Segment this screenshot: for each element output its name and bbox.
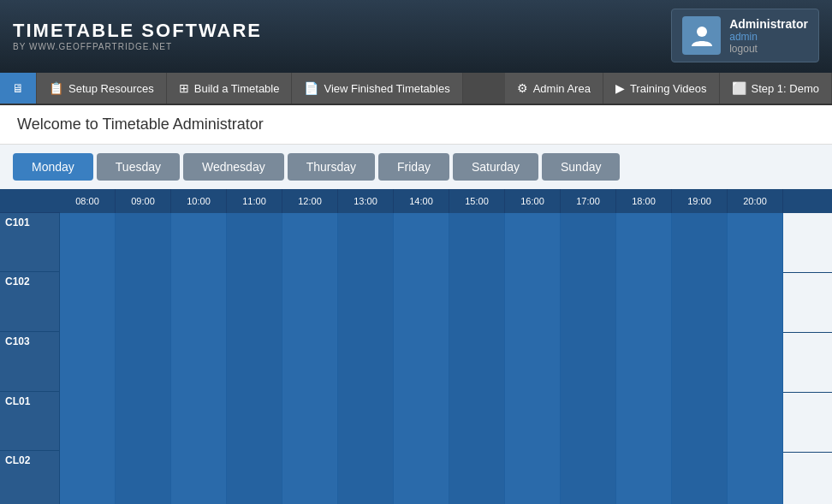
grid-cell[interactable] [171, 273, 227, 333]
document-icon: 📄 [304, 81, 318, 95]
grid-cell[interactable] [171, 333, 227, 393]
day-button-sunday[interactable]: Sunday [542, 153, 620, 181]
grid-cell[interactable] [505, 453, 561, 504]
grid-cell[interactable] [616, 333, 672, 393]
grid-cell[interactable] [116, 213, 171, 273]
grid-cell[interactable] [116, 333, 171, 393]
grid-cell[interactable] [282, 453, 338, 504]
grid-cell[interactable] [282, 213, 338, 273]
day-button-thursday[interactable]: Thursday [288, 153, 375, 181]
time-header-17-00: 17:00 [561, 189, 616, 213]
day-button-wednesday[interactable]: Wednesday [183, 153, 284, 181]
grid-cell[interactable] [171, 213, 227, 273]
day-button-saturday[interactable]: Saturday [453, 153, 538, 181]
grid-cell[interactable] [60, 393, 116, 453]
grid-cell[interactable] [60, 333, 116, 393]
grid-cell[interactable] [616, 393, 672, 453]
grid-cell[interactable] [394, 333, 449, 393]
grid-cell[interactable] [116, 273, 171, 333]
day-buttons: MondayTuesdayWednesdayThursdayFridaySatu… [0, 145, 832, 189]
grid-cell[interactable] [60, 273, 116, 333]
grid-cell[interactable] [561, 453, 616, 504]
grid-cell[interactable] [728, 273, 783, 333]
page-title: Welcome to Timetable Administrator [0, 105, 832, 145]
grid-cell[interactable] [505, 273, 561, 333]
grid-cell[interactable] [561, 213, 616, 273]
svg-point-0 [697, 27, 707, 37]
nav-home[interactable]: 🖥 [0, 73, 37, 104]
grid-cell[interactable] [672, 213, 728, 273]
grid-area[interactable]: 08:0009:0010:0011:0012:0013:0014:0015:00… [60, 189, 832, 504]
nav-setup-resources[interactable]: 📋 Setup Resources [37, 73, 167, 104]
grid-cell[interactable] [561, 393, 616, 453]
grid-cell[interactable] [449, 213, 505, 273]
grid-cell[interactable] [282, 393, 338, 453]
grid-cell[interactable] [116, 393, 171, 453]
grid-cell[interactable] [505, 333, 561, 393]
nav-build-timetable[interactable]: ⊞ Build a Timetable [167, 73, 293, 104]
grid-cell[interactable] [338, 273, 394, 333]
grid-cell[interactable] [338, 453, 394, 504]
grid-cell[interactable] [561, 273, 616, 333]
row-label-cl01: CL01 [0, 392, 60, 452]
grid-cell[interactable] [449, 273, 505, 333]
grid-cell[interactable] [449, 333, 505, 393]
grid-cell[interactable] [338, 333, 394, 393]
grid-cell[interactable] [616, 273, 672, 333]
grid-cell[interactable] [672, 453, 728, 504]
grid-cell[interactable] [338, 213, 394, 273]
grid-row-c102 [60, 273, 832, 333]
grid-cell[interactable] [449, 453, 505, 504]
grid-cell[interactable] [728, 213, 783, 273]
grid-cell[interactable] [171, 453, 227, 504]
grid-cell[interactable] [394, 273, 449, 333]
grid-cell[interactable] [227, 453, 282, 504]
grid-cell[interactable] [338, 393, 394, 453]
grid-cell[interactable] [227, 213, 282, 273]
row-label-c103: C103 [0, 332, 60, 392]
nav-view-timetables[interactable]: 📄 View Finished Timetables [292, 73, 462, 104]
grid-cell[interactable] [505, 393, 561, 453]
nav-training-videos[interactable]: ▶ Training Videos [603, 73, 720, 104]
grid-cell[interactable] [171, 393, 227, 453]
grid-cell[interactable] [394, 453, 449, 504]
user-logout-link[interactable]: logout [729, 43, 808, 55]
grid-cell[interactable] [227, 333, 282, 393]
grid-cell[interactable] [505, 213, 561, 273]
grid-cell[interactable] [394, 393, 449, 453]
day-button-monday[interactable]: Monday [13, 153, 93, 181]
grid-cell[interactable] [60, 453, 116, 504]
grid-cell[interactable] [227, 273, 282, 333]
grid-cell[interactable] [728, 333, 783, 393]
time-header-14-00: 14:00 [394, 189, 449, 213]
grid-row-cl02 [60, 453, 832, 504]
time-header-19-00: 19:00 [672, 189, 728, 213]
nav-admin-area[interactable]: ⚙ Admin Area [505, 73, 603, 104]
avatar [682, 16, 721, 55]
grid-cell[interactable] [728, 453, 783, 504]
row-label-c101: C101 [0, 213, 60, 273]
grid-cell[interactable] [672, 333, 728, 393]
timetable-container[interactable]: C101C102C103CL01CL02 08:0009:0010:0011:0… [0, 189, 832, 504]
grid-cell[interactable] [282, 273, 338, 333]
grid-cell[interactable] [728, 393, 783, 453]
grid-cell[interactable] [672, 273, 728, 333]
day-button-tuesday[interactable]: Tuesday [97, 153, 180, 181]
nav-step1-demo[interactable]: ⬜ Step 1: Demo [720, 73, 833, 104]
grid-cell[interactable] [616, 213, 672, 273]
day-button-friday[interactable]: Friday [378, 153, 449, 181]
user-login-link[interactable]: admin [729, 31, 808, 43]
row-label-header [0, 189, 60, 213]
grid-cell[interactable] [616, 453, 672, 504]
grid-cell[interactable] [561, 333, 616, 393]
grid-cell[interactable] [394, 213, 449, 273]
grid-cell[interactable] [282, 333, 338, 393]
nav-spacer [463, 73, 505, 104]
grid-cell[interactable] [227, 393, 282, 453]
grid-cell[interactable] [116, 453, 171, 504]
nav-admin-area-label: Admin Area [533, 82, 591, 95]
grid-cell[interactable] [60, 213, 116, 273]
time-header-15-00: 15:00 [449, 189, 505, 213]
grid-cell[interactable] [672, 393, 728, 453]
grid-cell[interactable] [449, 393, 505, 453]
